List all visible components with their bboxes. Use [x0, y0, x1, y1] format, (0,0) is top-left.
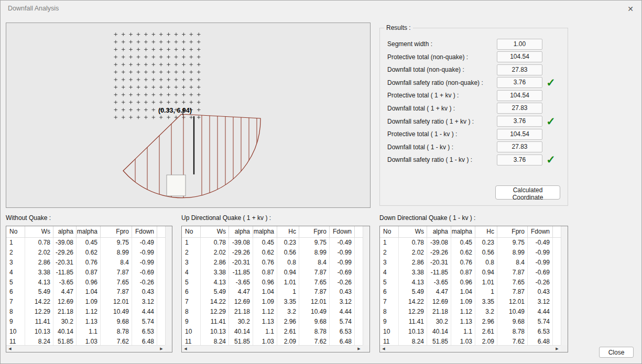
result-value[interactable]: 27.83 — [497, 64, 542, 75]
column-header[interactable]: Fpro — [497, 226, 528, 237]
table-cell: 10.49 — [497, 307, 528, 317]
column-header[interactable]: malpha — [451, 226, 475, 237]
column-header[interactable]: Fpro — [299, 226, 330, 237]
horizontal-scrollbar[interactable]: ◀ ▶ — [182, 345, 363, 352]
column-header[interactable]: malpha — [77, 226, 101, 237]
scroll-left-icon[interactable]: ◀ — [6, 346, 14, 352]
result-value[interactable]: 3.76 — [497, 116, 542, 127]
table-row[interactable]: 43.38-11.850.877.87-0.69 — [6, 268, 172, 278]
table-cell: 11.41 — [25, 317, 53, 327]
result-value[interactable]: 104.54 — [497, 129, 542, 140]
table-cell: 4 — [6, 268, 25, 278]
column-header[interactable]: Fpro — [101, 226, 132, 237]
table-cell: 1 — [6, 238, 25, 248]
table-cell: 3.38 — [399, 268, 427, 278]
column-header[interactable]: Fdown — [528, 226, 553, 237]
table-row[interactable]: 714.2212.691.093.3512.013.12 — [182, 297, 369, 307]
slope-diagram-canvas: (0.33, 6.94) — [6, 23, 371, 208]
close-icon[interactable]: ✕ — [625, 3, 636, 15]
horizontal-scrollbar[interactable]: ◀ ▶ — [380, 345, 561, 352]
table-cell: 12.69 — [229, 297, 253, 307]
column-header[interactable]: No — [380, 226, 399, 237]
horizontal-scrollbar[interactable]: ◀ ▶ — [6, 345, 165, 352]
close-button[interactable]: Close — [599, 347, 634, 358]
result-value[interactable]: 27.83 — [497, 103, 542, 114]
column-header[interactable]: alpha — [229, 226, 253, 237]
table-row[interactable]: 54.13-3.650.961.017.65-0.26 — [380, 278, 568, 288]
column-header[interactable]: malpha — [253, 226, 277, 237]
table-row[interactable]: 22.02-29.260.620.568.99-0.99 — [182, 248, 369, 258]
table-row[interactable]: 812.2921.181.123.210.494.44 — [182, 307, 369, 317]
table-row[interactable]: 32.86-20.310.760.88.4-0.99 — [380, 258, 568, 268]
column-header[interactable]: alpha — [427, 226, 451, 237]
table-row[interactable]: 812.2921.181.1210.494.44 — [6, 307, 172, 317]
table-cell: 0.43 — [528, 287, 553, 297]
table-cell: 0.78 — [399, 238, 427, 248]
result-value[interactable]: 27.83 — [497, 141, 542, 152]
result-value[interactable]: 104.54 — [497, 51, 542, 62]
scroll-right-icon[interactable]: ▶ — [158, 346, 165, 352]
table-row[interactable]: 54.13-3.650.967.65-0.26 — [6, 278, 172, 288]
table-cell: 4.13 — [201, 278, 229, 288]
table-row[interactable]: 1010.1340.141.12.618.786.53 — [182, 327, 369, 337]
result-value[interactable]: 3.76 — [497, 77, 542, 88]
result-row: Downfall safety ratio (non-quake) :3.76✓ — [387, 78, 559, 88]
scroll-right-icon[interactable]: ▶ — [553, 346, 561, 352]
vertical-scrollbar[interactable] — [165, 226, 172, 345]
table-cell: 3 — [182, 258, 201, 268]
table-row[interactable]: 812.2921.181.123.210.494.44 — [380, 307, 568, 317]
table-row[interactable]: 714.2212.691.093.3512.013.12 — [380, 297, 568, 307]
table-cell: 11.41 — [201, 317, 229, 327]
column-header[interactable]: alpha — [53, 226, 77, 237]
table-row[interactable]: 911.4130.21.139.685.74 — [6, 317, 172, 327]
table-cell: 3.12 — [330, 297, 355, 307]
table-row[interactable]: 65.494.471.0417.870.43 — [182, 287, 369, 297]
table-row[interactable]: 911.4130.21.132.969.685.74 — [380, 317, 568, 327]
table-row[interactable]: 1010.1340.141.12.618.786.53 — [380, 327, 568, 337]
column-header[interactable]: Hc — [277, 226, 299, 237]
column-header[interactable]: Ws — [201, 226, 229, 237]
result-value[interactable]: 1.00 — [497, 39, 542, 50]
result-value[interactable]: 104.54 — [497, 90, 542, 101]
table-title: Without Quake : — [6, 214, 172, 224]
table-row[interactable]: 1010.1340.141.18.786.53 — [6, 327, 172, 337]
table-row[interactable]: 10.78-39.080.450.239.75-0.49 — [380, 238, 568, 248]
column-header[interactable]: No — [6, 226, 25, 237]
table-row[interactable]: 43.38-11.850.870.947.87-0.69 — [380, 268, 568, 278]
column-header[interactable]: Fdown — [132, 226, 157, 237]
table-cell: 9 — [182, 317, 201, 327]
column-header[interactable]: Ws — [399, 226, 427, 237]
column-header[interactable]: Fdown — [330, 226, 355, 237]
table-row[interactable]: 65.494.471.0417.870.43 — [380, 287, 568, 297]
table-row[interactable]: 32.86-20.310.768.4-0.99 — [6, 258, 172, 268]
table-cell: 4.44 — [528, 307, 553, 317]
table-cell: -0.49 — [528, 238, 553, 248]
table-row[interactable]: 10.78-39.080.450.239.75-0.49 — [182, 238, 369, 248]
table-row[interactable]: 65.494.471.047.870.43 — [6, 287, 172, 297]
result-value[interactable]: 3.76 — [497, 155, 542, 166]
table-row[interactable]: 22.02-29.260.620.568.99-0.99 — [380, 248, 568, 258]
table-row[interactable]: 54.13-3.650.961.017.65-0.26 — [182, 278, 369, 288]
table-cell: 0.62 — [451, 248, 475, 258]
scroll-left-icon[interactable]: ◀ — [380, 346, 387, 352]
table-row[interactable]: 22.02-29.260.628.99-0.99 — [6, 248, 172, 258]
column-header[interactable]: Ws — [25, 226, 53, 237]
table-cell: 21.18 — [427, 307, 451, 317]
table-row[interactable]: 10.78-39.080.459.75-0.49 — [6, 238, 172, 248]
table-row[interactable]: 714.2212.691.0912.013.12 — [6, 297, 172, 307]
scroll-right-icon[interactable]: ▶ — [355, 346, 363, 352]
table-row[interactable]: 911.4130.21.132.969.685.74 — [182, 317, 369, 327]
table-cell: -0.99 — [330, 258, 355, 268]
table-cell: 2.96 — [277, 317, 299, 327]
calculated-coordinate-button[interactable]: Calculated Coordinate — [495, 185, 560, 200]
table-row[interactable]: 43.38-11.850.870.947.87-0.69 — [182, 268, 369, 278]
table-cell: 1.09 — [253, 297, 277, 307]
column-header[interactable]: No — [182, 226, 201, 237]
table-cell: -29.26 — [229, 248, 253, 258]
scroll-left-icon[interactable]: ◀ — [182, 346, 189, 352]
column-header[interactable]: Hc — [475, 226, 497, 237]
vertical-scrollbar[interactable] — [363, 226, 369, 345]
table-cell: 30.2 — [53, 317, 77, 327]
vertical-scrollbar[interactable] — [561, 226, 568, 345]
table-row[interactable]: 32.86-20.310.760.88.4-0.99 — [182, 258, 369, 268]
